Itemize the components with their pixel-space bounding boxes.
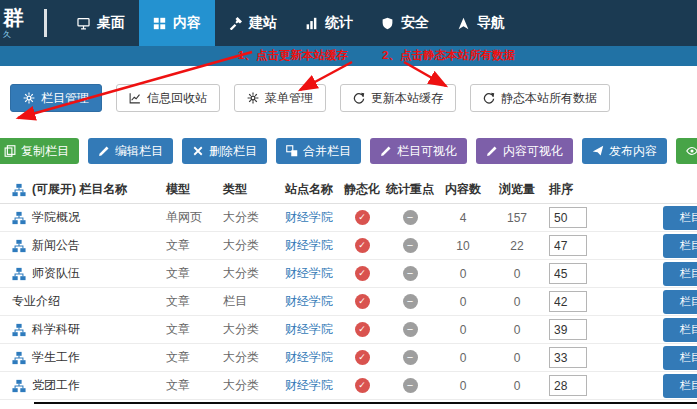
column-name: 专业介绍 [12, 293, 60, 310]
minus-circle-icon[interactable] [403, 350, 418, 365]
content-count: 0 [437, 379, 489, 393]
check-circle-icon[interactable] [355, 210, 370, 225]
action-button[interactable]: 编辑栏目 [88, 138, 173, 164]
brand-subtitle: 久 [3, 29, 34, 40]
action-button[interactable]: 内容可视化 [476, 138, 573, 164]
views-count: 22 [489, 239, 545, 253]
toolbar-button[interactable]: 栏目管理 [10, 84, 102, 112]
minus-circle-icon[interactable] [403, 294, 418, 309]
bottom-edge-line [34, 402, 697, 404]
column-name-cell: 新闻公告 [0, 237, 162, 254]
table-row: 专业介绍 文章 栏目 财经学院 0 0 栏目 [0, 288, 697, 316]
site-link[interactable]: 财经学院 [281, 293, 341, 310]
minus-circle-icon[interactable] [403, 378, 418, 393]
sort-input[interactable] [549, 347, 587, 368]
table-row: 党团工作 文章 大分类 财经学院 0 0 栏目 [0, 372, 697, 400]
brand-name: 群 [3, 6, 34, 29]
chart-icon [129, 92, 141, 104]
action-button-label: 复制栏目 [21, 143, 69, 160]
content-count: 0 [437, 295, 489, 309]
app-window: 群 久 桌面 内容 建站 统计 安全 导航 1、点击更新本站缓存 2、点击静态本… [0, 0, 697, 409]
sort-input[interactable] [549, 375, 587, 396]
site-link[interactable]: 财经学院 [281, 321, 341, 338]
minus-circle-icon[interactable] [403, 322, 418, 337]
column-name-cell: 专业介绍 [0, 293, 162, 310]
column-name: 党团工作 [32, 377, 80, 394]
check-circle-icon[interactable] [355, 378, 370, 393]
column-action-button[interactable]: 栏目 [663, 346, 697, 370]
minus-circle-icon[interactable] [403, 210, 418, 225]
site-link[interactable]: 财经学院 [281, 349, 341, 366]
nav-item-stats[interactable]: 统计 [291, 0, 367, 46]
column-action-button[interactable]: 栏目 [663, 262, 697, 286]
site-link[interactable]: 财经学院 [281, 265, 341, 282]
action-button[interactable]: 发布内容 [582, 138, 667, 164]
toolbar-button[interactable]: 菜单管理 [234, 84, 326, 112]
content-count: 0 [437, 351, 489, 365]
header-content-count: 内容数 [437, 181, 489, 198]
expand-tree-icon[interactable] [12, 351, 26, 365]
site-link[interactable]: 财经学院 [281, 209, 341, 226]
toolbar-button[interactable]: 更新本站缓存 [340, 84, 456, 112]
views-count: 0 [489, 379, 545, 393]
site-tree-icon [12, 183, 26, 197]
action-button-label: 发布内容 [609, 143, 657, 160]
minus-circle-icon[interactable] [403, 266, 418, 281]
check-circle-icon[interactable] [355, 294, 370, 309]
expand-tree-icon[interactable] [12, 379, 26, 393]
column-name-cell: 学院概况 [0, 209, 162, 226]
shield-icon [381, 17, 394, 30]
expand-tree-icon[interactable] [12, 267, 26, 281]
sort-input[interactable] [549, 207, 587, 228]
header-column-name: (可展开) 栏目名称 [32, 181, 127, 198]
column-name-cell: 党团工作 [0, 377, 162, 394]
column-action-button[interactable]: 栏目 [663, 206, 697, 230]
brand-divider [44, 9, 47, 37]
site-link[interactable]: 财经学院 [281, 377, 341, 394]
site-link[interactable]: 财经学院 [281, 237, 341, 254]
column-action-button[interactable]: 栏目 [663, 234, 697, 258]
toolbar-button-label: 菜单管理 [265, 90, 313, 107]
action-button[interactable]: 合并栏目 [276, 138, 361, 164]
stats-icon [305, 17, 318, 30]
column-action-button[interactable]: 栏目 [663, 290, 697, 314]
sort-input[interactable] [549, 263, 587, 284]
sort-input[interactable] [549, 291, 587, 312]
toolbar-button[interactable]: 静态本站所有数据 [470, 84, 610, 112]
model-cell: 文章 [162, 349, 219, 366]
check-circle-icon[interactable] [355, 266, 370, 281]
header-views: 浏览量 [489, 181, 545, 198]
toolbar-button[interactable]: 信息回收站 [116, 84, 220, 112]
nav-item-build[interactable]: 建站 [215, 0, 291, 46]
expand-tree-icon[interactable] [12, 239, 26, 253]
views-count: 0 [489, 323, 545, 337]
expand-tree-icon[interactable] [12, 323, 26, 337]
action-button[interactable]: 复制栏目 [0, 138, 79, 164]
check-circle-icon[interactable] [355, 322, 370, 337]
check-circle-icon[interactable] [355, 238, 370, 253]
minus-circle-icon[interactable] [403, 238, 418, 253]
nav-item-shield[interactable]: 安全 [367, 0, 443, 46]
content-count: 10 [437, 239, 489, 253]
action-button[interactable]: 栏目可视化 [370, 138, 467, 164]
action-button[interactable]: 删除栏目 [182, 138, 267, 164]
sort-input[interactable] [549, 235, 587, 256]
sort-input[interactable] [549, 319, 587, 340]
views-count: 0 [489, 295, 545, 309]
nav-item-content[interactable]: 内容 [139, 0, 215, 46]
type-cell: 大分类 [219, 349, 281, 366]
column-action-button[interactable]: 栏目 [663, 318, 697, 342]
refresh-icon [483, 92, 495, 104]
nav-item-navigation[interactable]: 导航 [443, 0, 519, 46]
columns-table: (可展开) 栏目名称 模型 类型 站点名称 静态化 统计重点 内容数 浏览量 排… [0, 176, 697, 400]
expand-tree-icon[interactable] [12, 211, 26, 225]
column-action-button[interactable]: 栏目 [663, 374, 697, 398]
check-circle-icon[interactable] [355, 350, 370, 365]
action-button[interactable]: 查看动态 [676, 138, 697, 164]
nav-item-desktop[interactable]: 桌面 [63, 0, 139, 46]
toolbar-button-label: 栏目管理 [41, 90, 89, 107]
header-sort: 排序 [545, 181, 617, 198]
merge-icon [286, 145, 298, 157]
sub-header-strip [0, 46, 697, 66]
table-body: 学院概况 单网页 大分类 财经学院 4 157 栏目 新闻公告 文章 大分类 财… [0, 204, 697, 400]
